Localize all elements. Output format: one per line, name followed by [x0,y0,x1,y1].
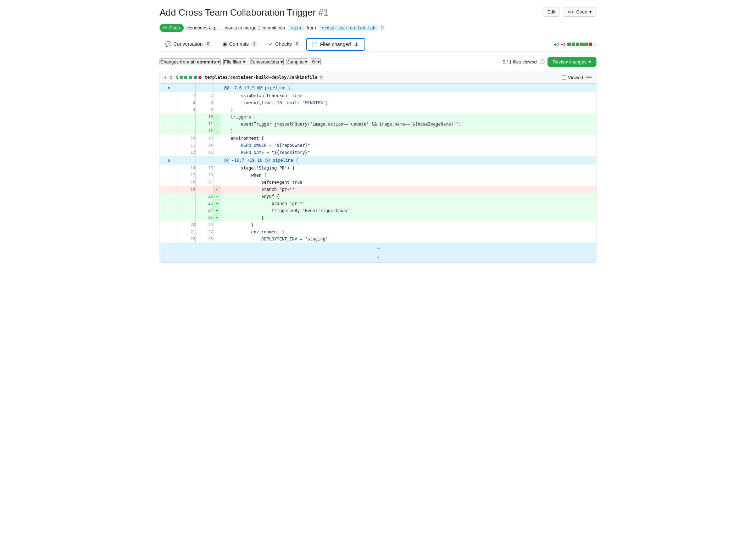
table-row: 25 + } [160,214,596,221]
conversations-dropdown[interactable]: Conversations ▾ [249,59,284,65]
base-branch[interactable]: main [288,25,304,31]
table-row: 18 21 beforeAgent true [160,179,596,186]
diff-block-4 [580,43,584,46]
tabs-bar: 💬 Conversation 0 ◉ Commits 1 ✓ Checks 0 … [160,38,596,51]
tab-files-changed-label: Files changed [320,41,351,47]
pr-from-text: from [307,25,316,31]
table-row: 20 26 } [160,221,596,228]
edit-button[interactable]: Edit [543,7,560,17]
tab-checks-count: 0 [294,41,301,47]
table-row: 24 + triggeredBy 'EventTriggerCause' [160,207,596,214]
review-changes-button[interactable]: Review changes ▾ [547,57,596,67]
tab-conversation-label: Conversation [173,41,203,47]
pr-title: Add Cross Team Collaboration Trigger #1 [160,7,328,18]
pr-title-text: Add Cross Team Collaboration Trigger [160,7,316,18]
comment-icon: 💬 [165,41,171,47]
tab-checks-label: Checks [275,41,292,47]
file-header: ▾ ⇅ 8 templates/container-build-deploy/J… [160,71,596,84]
diff-deletions: −1 [561,42,566,47]
changes-from-chevron-icon: ▾ [217,59,220,65]
pr-author: cloudbees-ci-pi… [187,25,222,31]
conversations-label: Conversations [250,59,279,65]
table-row: 21 27 environment { [160,228,596,236]
file-icon: 📄 [312,41,318,47]
jump-to-dropdown[interactable]: Jump to ▾ [287,59,308,65]
pr-number: #1 [318,7,329,18]
table-row: 17 20 when { [160,172,596,179]
expand-row: ⋯↓ [160,243,596,262]
diff-toolbar: Changes from all commits ▾ File filter ▾… [160,57,596,67]
tab-files-changed-count: 1 [353,41,360,47]
changes-from-dropdown[interactable]: Changes from all commits ▾ [160,59,221,65]
viewed-checkbox[interactable]: Viewed [562,75,583,80]
collapse-button[interactable]: ▾ [164,75,167,80]
table-row: 11 14 REPO_OWNER = "${repoOwner}" [160,142,596,149]
file-filter-dropdown[interactable]: File filter ▾ [223,59,246,65]
table-row: 12 15 REPO_NAME = "${repository}" [160,149,596,156]
tab-commits-label: Commits [229,41,249,47]
table-row: 8 8 timeout(time: 10, unit: 'MINUTES') [160,99,596,106]
file-header-left: ▾ ⇅ 8 templates/container-build-deploy/J… [164,74,323,80]
diff-block-1 [567,43,571,46]
tab-conversation-count: 0 [205,41,212,47]
viewed-input[interactable] [562,75,566,80]
diff-count-badge: 8 [176,75,202,80]
settings-chevron-icon: ▾ [317,59,320,65]
diff-count: 8 [176,75,179,80]
head-branch[interactable]: cross-team-collab-lab [319,25,378,31]
files-viewed-count: 0 / 1 files viewed [503,59,537,65]
review-changes-chevron-icon: ▾ [589,59,591,65]
gear-icon: ⚙ [312,59,316,65]
checks-icon: ✓ [269,41,273,47]
tab-commits-count: 1 [251,41,257,47]
diff-additions: +7 [554,42,559,47]
code-chevron-icon: ▾ [589,9,592,15]
hunk-header-1: ⇅ @@ -7,6 +7,9 @@ pipeline { [160,84,596,92]
hunk-expand-icon-1[interactable]: ⇅ [160,84,178,92]
diff-block-7 [593,43,596,46]
table-row: 10 13 environment { [160,135,596,142]
tab-files-changed[interactable]: 📄 Files changed 1 [306,38,365,51]
table-row: 23 + branch 'pr-*' [160,200,596,207]
tab-conversation[interactable]: 💬 Conversation 0 [160,38,217,51]
table-row: 22 + anyOf { [160,193,596,200]
more-options-button[interactable]: ••• [586,74,592,81]
copy-branch-icon[interactable]: ⎘ [381,25,384,31]
file-path: templates/container-build-deploy/Jenkins… [205,75,317,80]
table-row: 9 9 } [160,106,596,113]
header-actions: Edit </> Code ▾ [543,7,596,17]
code-button[interactable]: </> Code ▾ [563,7,596,17]
diff-block-5 [584,43,588,46]
table-row: 10 + triggers { [160,113,596,121]
diff-blocks [567,43,596,46]
tab-commits[interactable]: ◉ Commits 1 [217,38,263,51]
table-row: 11 + eventTrigger jmespathQuery("image.a… [160,121,596,128]
pr-merge-text: wants to merge 1 commit into [225,25,285,31]
file-card: ▾ ⇅ 8 templates/container-build-deploy/J… [160,71,596,263]
conversations-chevron-icon: ▾ [280,59,283,65]
file-header-right: Viewed ••• [562,74,592,81]
hunk-header-2: ⇅ @@ -16,7 +19,10 @@ pipeline { [160,156,596,165]
git-pull-request-icon: ⟳ [163,25,167,31]
tab-checks[interactable]: ✓ Checks 0 [263,38,306,51]
jump-to-chevron-icon: ▾ [305,59,307,65]
pr-header: Add Cross Team Collaboration Trigger #1 … [160,7,596,18]
viewed-label: Viewed [568,75,583,80]
copy-file-path-icon[interactable]: ⎘ [320,74,323,80]
hunk-expand-icon-2[interactable]: ⇅ [160,156,178,165]
settings-dropdown[interactable]: ⚙ ▾ [311,59,321,65]
table-row: 12 + } [160,128,596,135]
file-filter-label: File filter [224,59,241,65]
expand-down-icon[interactable]: ⋯↓ [376,245,380,260]
info-icon[interactable]: ⓘ [540,59,545,65]
pr-meta: ⟳ Open cloudbees-ci-pi… wants to merge 1… [160,24,596,32]
diff-icon: ⇅ [169,75,173,80]
diff-stat: +7 −1 [554,42,596,47]
code-icon: </> [567,9,574,15]
review-changes-label: Review changes [553,59,587,65]
table-row: 19 - branch 'pr-*' [160,186,596,193]
code-label: Code [576,9,587,15]
diff-table: ⇅ @@ -7,6 +7,9 @@ pipeline { 7 7 skipDef… [160,84,596,262]
diff-block-2 [572,43,575,46]
diff-mini-blocks [179,75,202,80]
